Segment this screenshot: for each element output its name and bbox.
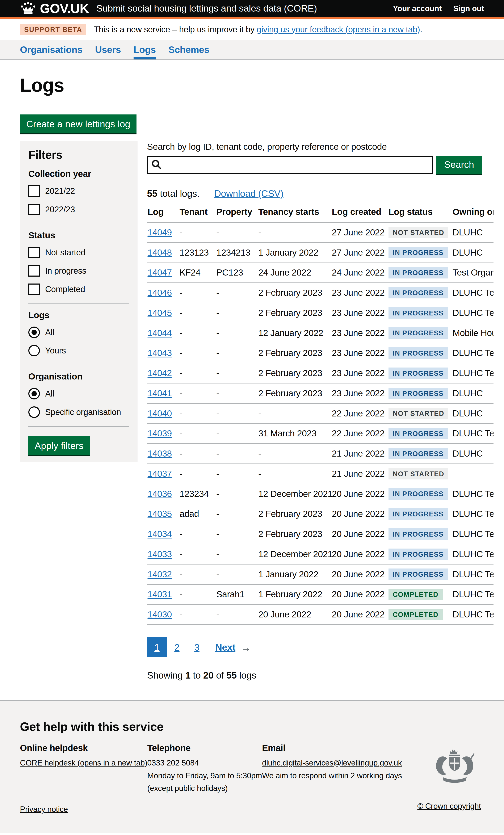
page-number-link[interactable]: 2	[167, 637, 187, 657]
main-content: Logs Create a new lettings log Filters C…	[0, 60, 504, 700]
log-id-link[interactable]: 14044	[148, 328, 172, 338]
log-id-link[interactable]: 14033	[148, 549, 172, 559]
radio-control[interactable]	[28, 345, 40, 357]
footer-text-line: (except public holidays)	[147, 784, 262, 793]
table-row: 14042 - - 2 February 2023 23 June 2022 I…	[147, 363, 493, 384]
radio-control[interactable]	[28, 406, 40, 418]
col-header-log-status: Log status	[388, 207, 452, 217]
filter-option-label: Not started	[45, 248, 85, 257]
property-cell: -	[216, 308, 258, 318]
download-csv-link[interactable]: Download (CSV)	[214, 188, 283, 199]
nav-tab[interactable]: Organisations	[20, 40, 82, 59]
tenancy-starts-cell: 2 February 2023	[258, 368, 332, 378]
log-created-cell: 27 June 2022	[332, 227, 388, 238]
checkbox-control[interactable]	[28, 204, 40, 215]
log-id-link[interactable]: 14030	[148, 609, 172, 619]
log-id-link[interactable]: 14047	[148, 268, 172, 278]
log-id-link[interactable]: 14046	[148, 288, 172, 298]
filter-option[interactable]: Not started	[28, 245, 129, 260]
logs-table-header: Log Tenant Property Tenancy starts Log c…	[147, 207, 493, 223]
log-id-link[interactable]: 14031	[148, 589, 172, 599]
log-status-cell: IN PROGRESS	[388, 368, 452, 379]
apply-filters-button[interactable]: Apply filters	[28, 436, 90, 455]
property-cell: -	[216, 609, 258, 619]
filter-option[interactable]: Completed	[28, 282, 129, 297]
status-badge: IN PROGRESS	[388, 307, 448, 319]
service-name-link[interactable]: Submit social housing lettings and sales…	[96, 3, 317, 14]
log-id-link[interactable]: 14032	[148, 569, 172, 579]
search-input[interactable]	[147, 156, 433, 174]
pagination-pages: 1 2 3	[147, 637, 207, 657]
nav-tab[interactable]: Users	[95, 40, 121, 59]
log-id-cell: 14030	[147, 609, 180, 619]
filter-options: All Specific organisation	[28, 386, 129, 420]
status-badge: COMPLETED	[388, 609, 443, 620]
filter-option[interactable]: 2021/22	[28, 184, 129, 199]
log-status-cell: IN PROGRESS	[388, 327, 452, 339]
log-id-link[interactable]: 14043	[148, 348, 172, 358]
footer-link[interactable]: CORE helpdesk (opens in a new tab)	[20, 758, 147, 767]
filter-option[interactable]: Specific organisation	[28, 405, 129, 420]
filter-option[interactable]: In progress	[28, 264, 129, 278]
log-id-link[interactable]: 14034	[148, 529, 172, 539]
log-id-cell: 14038	[147, 449, 180, 459]
table-row: 14034 - - 2 February 2023 20 June 2022 I…	[147, 524, 493, 544]
next-page-link[interactable]: Next	[215, 642, 236, 653]
log-id-link[interactable]: 14045	[148, 308, 172, 318]
page-number-link[interactable]: 3	[187, 637, 207, 657]
privacy-notice-link[interactable]: Privacy notice	[20, 805, 68, 814]
log-id-link[interactable]: 14038	[148, 449, 172, 459]
nav-tab[interactable]: Schemes	[168, 40, 209, 59]
tenancy-starts-cell: 1 January 2022	[258, 569, 332, 579]
log-id-link[interactable]: 14049	[148, 227, 172, 237]
checkbox-control[interactable]	[28, 185, 40, 197]
checkbox-control[interactable]	[28, 247, 40, 258]
filter-option[interactable]: All	[28, 386, 129, 401]
tenancy-starts-cell: 2 February 2023	[258, 308, 332, 318]
log-status-cell: IN PROGRESS	[388, 428, 452, 439]
log-id-cell: 14047	[147, 268, 180, 278]
log-id-link[interactable]: 14048	[148, 248, 172, 258]
property-cell: 1234213	[216, 248, 258, 258]
phase-banner-text-suffix: .	[420, 25, 422, 34]
filter-option[interactable]: 2022/23	[28, 202, 129, 217]
showing-of-word: of	[214, 670, 226, 681]
govuk-logo-link[interactable]: GOV.UK	[20, 1, 89, 16]
footer-column-title: Email	[262, 743, 402, 753]
log-created-cell: 20 June 2022	[332, 609, 388, 619]
log-id-link[interactable]: 14035	[148, 509, 172, 519]
feedback-link[interactable]: giving us your feedback (opens in a new …	[257, 25, 420, 34]
sign-out-link[interactable]: Sign out	[453, 4, 484, 13]
footer-link[interactable]: dluhc.digital-services@levellingup.gov.u…	[262, 758, 402, 767]
page-number-link[interactable]: 1	[147, 637, 167, 657]
log-id-link[interactable]: 14041	[148, 388, 172, 398]
logs-table-body: 14049 - - - 27 June 2022 NOT STARTED DLU…	[147, 223, 493, 625]
create-lettings-log-button[interactable]: Create a new lettings log	[20, 115, 137, 134]
log-id-link[interactable]: 14037	[148, 469, 172, 478]
table-row: 14033 - - 12 December 2021 20 June 2022 …	[147, 544, 493, 565]
log-status-cell: COMPLETED	[388, 589, 452, 600]
log-status-cell: COMPLETED	[388, 609, 452, 620]
checkbox-control[interactable]	[28, 284, 40, 295]
log-id-link[interactable]: 14040	[148, 408, 172, 418]
filter-option[interactable]: All	[28, 325, 129, 340]
checkbox-control[interactable]	[28, 265, 40, 277]
log-id-cell: 14035	[147, 509, 180, 519]
owning-org-cell: DLUHC Tes	[452, 428, 493, 439]
log-id-link[interactable]: 14042	[148, 368, 172, 378]
filter-option[interactable]: Yours	[28, 343, 129, 358]
search-button[interactable]: Search	[436, 156, 482, 174]
log-created-cell: 20 June 2022	[332, 529, 388, 539]
table-row: 14047 KF24 PC123 24 June 2022 24 June 20…	[147, 263, 493, 283]
tenant-cell: -	[180, 609, 216, 619]
filter-group: Logs All	[28, 310, 129, 365]
radio-control[interactable]	[28, 388, 40, 400]
nav-tab[interactable]: Logs	[134, 40, 156, 59]
radio-control[interactable]	[28, 327, 40, 338]
your-account-link[interactable]: Your account	[393, 4, 442, 13]
log-id-link[interactable]: 14039	[148, 428, 172, 438]
footer-column: Online helpdesk CORE helpdesk (opens in …	[20, 743, 147, 797]
crown-copyright-link[interactable]: © Crown copyright	[417, 801, 481, 811]
log-id-link[interactable]: 14036	[148, 489, 172, 499]
property-cell: -	[216, 388, 258, 399]
